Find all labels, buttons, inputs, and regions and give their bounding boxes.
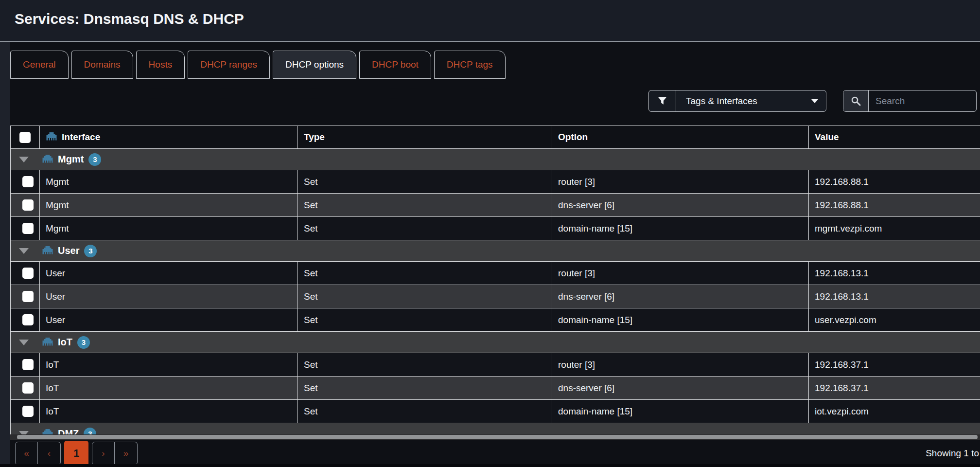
tab-label: DHCP options [285, 59, 344, 70]
tab-label: DHCP boot [372, 59, 419, 70]
cell-value: 192.168.37.1 [809, 353, 980, 377]
group-name: User [58, 245, 79, 256]
cell-value: 192.168.88.1 [809, 194, 980, 217]
column-header-type[interactable]: Type [298, 126, 552, 149]
row-checkbox[interactable] [22, 382, 34, 394]
select-all-checkbox[interactable] [19, 132, 31, 143]
collapse-caret-icon[interactable] [19, 248, 29, 254]
table-header-row: Interface Type Option Value [11, 126, 980, 149]
table-body: Mgmt 3 Mgmt Set router [3] 192.168.88.1 … [11, 149, 980, 440]
search-box [843, 90, 977, 112]
pagination-page-1-button[interactable]: 1 [64, 441, 88, 466]
filter-label: Tags & Interfaces [686, 96, 757, 107]
cell-value: mgmt.vezpi.com [809, 217, 980, 240]
funnel-icon-segment [649, 90, 676, 111]
group-count-badge: 3 [84, 245, 97, 257]
cell-value: iot.vezpi.com [809, 400, 980, 423]
cell-interface: Mgmt [40, 217, 298, 240]
tab-dhcp-boot[interactable]: DHCP boot [359, 51, 431, 79]
interface-group-row: User 3 [11, 240, 980, 262]
toolbar: Tags & Interfaces [10, 90, 980, 112]
options-table: Interface Type Option Value Mgmt 3 [10, 126, 980, 440]
table-row: Mgmt Set domain-name [15] mgmt.vezpi.com [11, 217, 980, 240]
cell-type: Set [298, 194, 552, 217]
cell-type: Set [298, 170, 552, 194]
tab-label: General [23, 59, 56, 70]
options-table-wrap: Interface Type Option Value Mgmt 3 [10, 126, 980, 440]
table-row: User Set domain-name [15] user.vezpi.com [11, 308, 980, 332]
interface-group-row: Mgmt 3 [11, 149, 980, 170]
table-row: IoT Set dns-server [6] 192.168.37.1 [11, 377, 980, 400]
pagination-prev-button[interactable]: ‹ [38, 442, 61, 465]
search-icon-segment[interactable] [843, 90, 869, 111]
cell-interface: IoT [40, 377, 298, 400]
cell-option: dns-server [6] [552, 377, 809, 400]
collapse-caret-icon[interactable] [19, 157, 29, 162]
cell-interface: User [40, 262, 298, 285]
ethernet-icon [42, 153, 53, 163]
table-row: Mgmt Set dns-server [6] 192.168.88.1 [11, 194, 980, 217]
cell-option: dns-server [6] [552, 194, 809, 217]
cell-option: domain-name [15] [552, 308, 809, 332]
tab-hosts[interactable]: Hosts [136, 51, 185, 79]
pagination-next-button[interactable]: › [92, 442, 115, 465]
column-header-interface[interactable]: Interface [40, 126, 298, 149]
cell-option: dns-server [6] [552, 285, 809, 308]
column-header-value[interactable]: Value [809, 126, 980, 149]
cell-value: user.vezpi.com [809, 308, 980, 332]
cell-option: domain-name [15] [552, 400, 809, 423]
column-header-label: Interface [62, 132, 100, 143]
cell-interface: IoT [40, 353, 298, 377]
cell-interface: Mgmt [40, 194, 298, 217]
cell-interface: User [40, 308, 298, 332]
scrollbar-thumb[interactable] [17, 435, 978, 439]
group-count-badge: 3 [88, 153, 101, 166]
content-panel: General Domains Hosts DHCP ranges DHCP o… [10, 42, 980, 467]
row-checkbox[interactable] [22, 359, 34, 370]
search-input[interactable] [869, 90, 976, 111]
search-icon [851, 96, 861, 107]
chevron-down-icon [811, 99, 818, 103]
row-checkbox[interactable] [22, 291, 34, 302]
cell-type: Set [298, 400, 552, 423]
group-count-badge: 3 [77, 336, 90, 349]
row-checkbox[interactable] [22, 314, 34, 325]
cell-interface: IoT [40, 400, 298, 423]
tab-dhcp-options[interactable]: DHCP options [273, 51, 356, 79]
tab-label: DHCP tags [447, 59, 493, 70]
row-checkbox[interactable] [22, 199, 34, 211]
tab-domains[interactable]: Domains [71, 51, 133, 79]
table-row: IoT Set domain-name [15] iot.vezpi.com [11, 400, 980, 423]
ethernet-icon [46, 131, 57, 141]
funnel-icon [658, 96, 667, 106]
tab-label: Domains [84, 59, 121, 70]
cell-option: router [3] [552, 353, 809, 377]
cell-type: Set [298, 353, 552, 377]
page-title: Services: Dnsmasq DNS & DHCP [0, 0, 980, 27]
row-checkbox[interactable] [22, 176, 34, 187]
tab-dhcp-tags[interactable]: DHCP tags [434, 51, 506, 79]
filter-dropdown[interactable]: Tags & Interfaces [648, 90, 826, 112]
table-row: User Set router [3] 192.168.13.1 [11, 262, 980, 285]
row-checkbox[interactable] [22, 268, 34, 279]
cell-value: 192.168.13.1 [809, 262, 980, 285]
page-header: Services: Dnsmasq DNS & DHCP [0, 0, 980, 41]
cell-interface: Mgmt [40, 170, 298, 194]
row-checkbox[interactable] [22, 406, 34, 417]
collapse-caret-icon[interactable] [19, 340, 29, 345]
table-row: IoT Set router [3] 192.168.37.1 [11, 353, 980, 377]
tab-dhcp-ranges[interactable]: DHCP ranges [188, 51, 270, 79]
ethernet-icon [42, 245, 53, 255]
horizontal-scrollbar[interactable] [10, 434, 980, 440]
cell-value: 192.168.88.1 [809, 170, 980, 194]
ethernet-icon [42, 336, 53, 346]
column-header-option[interactable]: Option [552, 126, 809, 149]
group-name: IoT [58, 337, 72, 348]
pagination-first-button[interactable]: « [15, 442, 38, 465]
row-checkbox[interactable] [22, 223, 34, 234]
cell-option: domain-name [15] [552, 217, 809, 240]
tab-general[interactable]: General [10, 51, 69, 79]
cell-type: Set [298, 217, 552, 240]
pagination-last-button[interactable]: » [115, 442, 138, 465]
cell-option: router [3] [552, 170, 809, 194]
